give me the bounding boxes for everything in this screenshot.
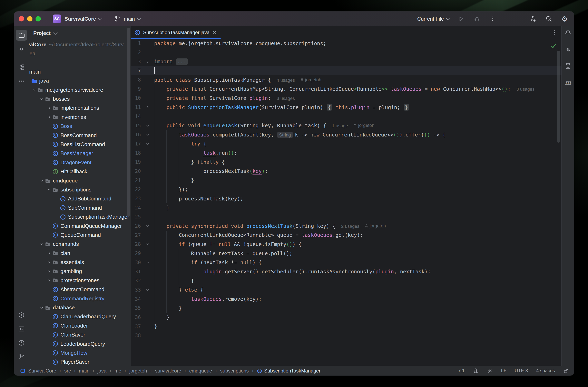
search-everywhere-icon[interactable] xyxy=(545,15,553,23)
reader-mode-off-icon[interactable] xyxy=(487,368,493,374)
author-inlay-hint[interactable]: jorgetoh xyxy=(365,223,386,229)
code-line-28[interactable]: 28 if (queue != null && !queue.isEmpty()… xyxy=(131,240,562,249)
tree-collapsed-icon[interactable] xyxy=(47,278,52,283)
encoding-indicator[interactable]: UTF-8 xyxy=(515,368,528,373)
lock-icon[interactable] xyxy=(563,368,569,374)
code-line-32[interactable]: 32 } xyxy=(131,276,562,285)
author-inlay-hint[interactable]: jorgetoh xyxy=(353,123,375,128)
git-tool-button[interactable] xyxy=(16,351,27,362)
tree-item-subscriptions[interactable]: subscriptions xyxy=(29,185,131,194)
code-line-27[interactable]: 27 ConcurrentLinkedQueue<Runnable> queue… xyxy=(131,230,562,240)
tree-expanded-icon[interactable] xyxy=(39,97,45,101)
close-window-button[interactable] xyxy=(19,16,24,22)
terminal-tool-button[interactable] xyxy=(16,323,27,335)
tree-item-mongohow[interactable]: CMongoHow xyxy=(29,348,131,357)
editor-scrollbar[interactable] xyxy=(557,51,560,143)
tree-item-java[interactable]: java xyxy=(29,76,131,85)
notifications-bell-icon[interactable] xyxy=(565,29,571,37)
project-tool-button[interactable] xyxy=(16,30,27,41)
branch-selector[interactable]: main xyxy=(114,16,140,22)
tree-item-commands[interactable]: commands xyxy=(29,240,131,249)
run-button[interactable] xyxy=(457,15,465,23)
code-line-30[interactable]: 30 if (nextTask != null) { xyxy=(131,258,562,267)
tree-item-main[interactable]: main xyxy=(29,67,131,76)
tree-collapsed-icon[interactable] xyxy=(47,115,52,119)
breadcrumb-item[interactable]: java xyxy=(97,368,106,374)
tree-item-implementations[interactable]: implementations xyxy=(29,104,131,113)
tree-item-subcommand[interactable]: CSubCommand xyxy=(29,203,131,212)
debug-button[interactable] xyxy=(473,15,481,23)
inspections-ok-icon[interactable] xyxy=(550,43,557,51)
tree-item-database[interactable]: database xyxy=(29,303,131,312)
usages-inlay-hint[interactable]: 2 usages xyxy=(341,224,359,229)
code-line-35[interactable]: 35 } xyxy=(131,304,562,313)
database-icon[interactable] xyxy=(565,63,571,70)
maven-icon[interactable]: m xyxy=(565,79,571,86)
tree-item-clanloader[interactable]: CClanLoader xyxy=(29,321,131,330)
code-line-37[interactable]: 37} xyxy=(131,322,562,331)
tree-item--idea[interactable]: .idea xyxy=(29,49,131,58)
breadcrumb-item[interactable]: survivalcore xyxy=(155,368,181,374)
usages-inlay-hint[interactable]: 3 usages xyxy=(277,96,295,101)
fold-toggle-icon[interactable] xyxy=(141,132,154,137)
code-line-11[interactable]: 11 public SubscriptionTaskManager(Surviv… xyxy=(131,103,562,112)
breadcrumb-item[interactable]: main xyxy=(79,368,89,374)
settings-gear-icon[interactable]: ⚙ xyxy=(561,15,569,23)
line-ending-indicator[interactable]: LF xyxy=(501,368,506,373)
more-tool-windows-button[interactable] xyxy=(16,76,27,87)
code-with-me-icon[interactable] xyxy=(529,15,537,23)
zoom-window-button[interactable] xyxy=(36,16,41,22)
caret-position[interactable]: 7:1 xyxy=(458,368,465,373)
close-tab-icon[interactable]: × xyxy=(213,29,216,36)
breadcrumb-item[interactable]: jorgetoh xyxy=(129,368,147,374)
tree-item-subscriptiontaskmanager[interactable]: CSubscriptionTaskManager xyxy=(29,212,131,221)
problems-tool-button[interactable] xyxy=(16,337,27,348)
tree-collapsed-icon[interactable] xyxy=(47,269,52,273)
project-panel-header[interactable]: Project xyxy=(29,26,131,40)
usages-inlay-hint[interactable]: 4 usages xyxy=(277,78,295,83)
tab-subscriptiontaskmanager[interactable]: C SubscriptionTaskManager.java × xyxy=(131,26,221,39)
tree-item-dragonevent[interactable]: CDragonEvent xyxy=(29,158,131,167)
fold-toggle-icon[interactable] xyxy=(141,288,154,292)
code-line-33[interactable]: 33 } else { xyxy=(131,285,562,295)
code-line-17[interactable]: 17 try { xyxy=(131,139,562,149)
breadcrumb-item[interactable]: src xyxy=(64,368,71,374)
tree-item-commandregistry[interactable]: CCommandRegistry xyxy=(29,294,131,303)
tree-item-src[interactable]: src xyxy=(29,58,131,67)
code-line-31[interactable]: 31 plugin.getServer().getScheduler().run… xyxy=(131,267,562,276)
fold-toggle-icon[interactable] xyxy=(141,224,154,228)
tree-item-hitcallback[interactable]: IHitCallback xyxy=(29,167,131,176)
minimize-window-button[interactable] xyxy=(27,16,32,22)
tree-collapsed-icon[interactable] xyxy=(47,260,52,265)
tree-item-queuecommand[interactable]: CQueueCommand xyxy=(29,230,131,239)
code-line-34[interactable]: 34 taskQueues.remove(key); xyxy=(131,295,562,304)
commit-tool-button[interactable] xyxy=(16,44,27,55)
breadcrumb-item[interactable]: CSubscriptionTaskManager xyxy=(257,368,320,374)
code-line-2[interactable]: 2 xyxy=(131,48,562,57)
code-line-10[interactable]: 10 private final SurvivalCore plugin;3 u… xyxy=(131,93,562,103)
tree-item-clansaver[interactable]: CClanSaver xyxy=(29,330,131,339)
code-line-9[interactable]: 9 private final ConcurrentHashMap<String… xyxy=(131,84,562,93)
tree-item-essentials[interactable]: essentials xyxy=(29,258,131,267)
code-line-3[interactable]: 3import ... xyxy=(131,57,562,66)
code-line-14[interactable]: 14 xyxy=(131,112,562,121)
breadcrumb-item[interactable]: subscriptions xyxy=(220,368,249,374)
code-line-8[interactable]: 8public class SubscriptionTaskManager {4… xyxy=(131,75,562,85)
code-line-20[interactable]: 20 processNextTask(key); xyxy=(131,167,562,176)
code-line-21[interactable]: 21 } xyxy=(131,176,562,185)
tree-collapsed-icon[interactable] xyxy=(47,251,52,255)
tree-item-playersaver[interactable]: CPlayerSaver xyxy=(29,358,131,366)
tree-item-clanleaderboardquery[interactable]: CClanLeaderboardQuery xyxy=(29,312,131,321)
fold-toggle-icon[interactable] xyxy=(141,59,154,64)
tree-expanded-icon[interactable] xyxy=(39,242,45,247)
fold-toggle-icon[interactable] xyxy=(141,260,154,265)
fold-toggle-icon[interactable] xyxy=(141,105,154,110)
tree-item-commandqueuemanager[interactable]: CCommandQueueManager xyxy=(29,222,131,230)
tree-item-cmdqueue[interactable]: cmdqueue xyxy=(29,176,131,185)
code-line-36[interactable]: 36 } xyxy=(131,313,562,322)
tree-item-abstractcommand[interactable]: CAbstractCommand xyxy=(29,285,131,294)
tree-item-me-jorgetoh-survivalcore[interactable]: me.jorgetoh.survivalcore xyxy=(29,85,131,94)
usages-inlay-hint[interactable]: 3 usages xyxy=(516,87,534,92)
author-inlay-hint[interactable]: jorgetoh xyxy=(300,77,321,83)
code-line-38[interactable]: 38 xyxy=(131,331,562,340)
